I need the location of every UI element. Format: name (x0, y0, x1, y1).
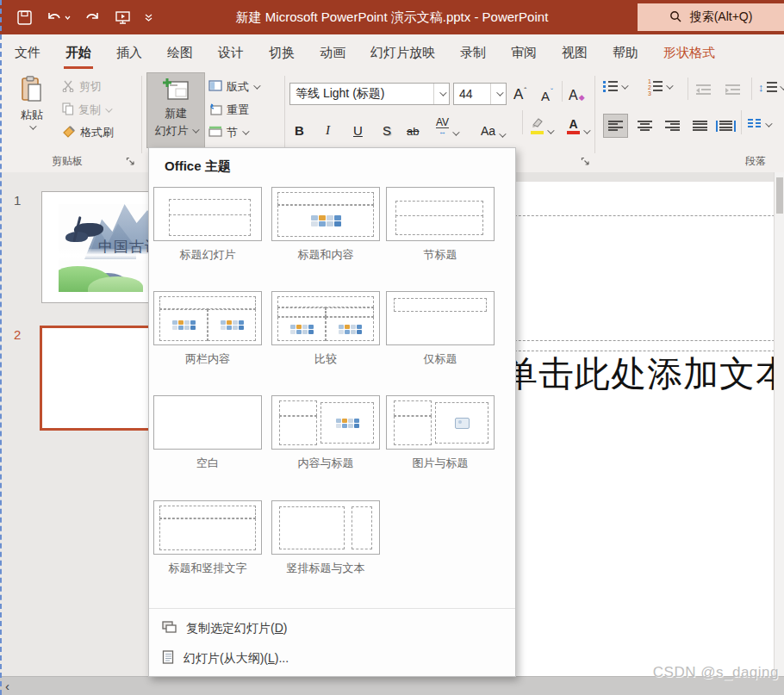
tab-transitions[interactable]: 切换 (258, 34, 305, 71)
font-size-dropdown-icon[interactable] (490, 84, 506, 104)
format-painter-label: 格式刷 (80, 125, 114, 140)
grow-font-button[interactable]: Aˆ (513, 81, 526, 103)
tab-design[interactable]: 设计 (208, 34, 254, 71)
layout-button[interactable]: 版式 (208, 79, 258, 95)
highlight-dropdown-icon (547, 127, 554, 133)
new-slide-layout-gallery: Office 主题 标题幻灯片 标题和内容 节标题 两栏内容 比较 仅标题 (148, 147, 516, 677)
layout-content-with-caption[interactable]: 内容与标题 (271, 395, 380, 471)
layout-two-content[interactable]: 两栏内容 (153, 291, 262, 367)
font-name-combo[interactable]: 等线 Light (标题) (289, 83, 450, 105)
slide-1-thumbnail[interactable]: 中国古诗 (41, 191, 153, 303)
paste-label: 粘贴 (21, 108, 43, 123)
section-label: 节 (227, 125, 238, 140)
customize-qat-icon[interactable] (145, 14, 152, 22)
clipboard-group-label: 剪贴板 (7, 154, 128, 169)
align-left-icon (608, 121, 623, 132)
copy-button: 复制 (62, 102, 110, 118)
save-icon[interactable] (17, 10, 32, 25)
layout-vertical-title-text[interactable]: 竖排标题与文本 (271, 500, 380, 576)
tab-animations[interactable]: 动画 (309, 34, 356, 71)
redo-icon[interactable] (84, 10, 101, 25)
align-center-icon (638, 121, 652, 132)
layout-comparison[interactable]: 比较 (271, 291, 380, 367)
undo-dropdown-icon (65, 16, 71, 20)
gallery-separator (149, 608, 515, 609)
vertical-scrollbar-thumb[interactable] (776, 177, 783, 214)
distributed-icon (716, 121, 736, 132)
ribbon-tabs: 文件 开始 插入 绘图 设计 切换 动画 幻灯片放映 录制 审阅 视图 帮助 形… (0, 34, 784, 71)
tab-review[interactable]: 审阅 (501, 34, 547, 71)
tab-record[interactable]: 录制 (450, 34, 496, 71)
tab-help[interactable]: 帮助 (602, 34, 649, 71)
numbering-button[interactable]: 123 (648, 81, 671, 92)
picture-icon (455, 418, 470, 429)
tab-view[interactable]: 视图 (551, 34, 598, 71)
font-name-dropdown-icon[interactable] (433, 84, 449, 104)
text-shadow-button[interactable]: S (383, 115, 391, 138)
line-spacing-button[interactable]: ↕ (758, 81, 784, 94)
layout-title-only[interactable]: 仅标题 (386, 291, 495, 367)
shrink-font-button[interactable]: Aˇ (541, 81, 553, 103)
align-left-button[interactable] (603, 114, 628, 138)
new-slide-icon (162, 78, 190, 104)
distributed-button[interactable] (713, 114, 738, 138)
highlight-color-button[interactable] (531, 112, 552, 134)
reset-button[interactable]: 重置 (208, 102, 249, 118)
tab-draw[interactable]: 绘图 (157, 34, 203, 71)
paste-button[interactable]: 粘贴 (12, 76, 52, 130)
justify-button[interactable] (688, 114, 712, 138)
character-spacing-button[interactable]: AV↔ (436, 114, 457, 136)
layout-section-header[interactable]: 节标题 (386, 187, 495, 263)
new-slide-button[interactable]: 新建 幻灯片 (146, 72, 205, 148)
search-box[interactable]: 搜索(Alt+Q) (638, 3, 784, 31)
new-slide-label-2: 幻灯片 (155, 123, 189, 139)
section-dropdown-icon (242, 127, 249, 134)
font-dialog-launcher-icon[interactable] (581, 156, 590, 169)
layout-title-and-content[interactable]: 标题和内容 (271, 187, 380, 263)
clipboard-dialog-launcher-icon[interactable] (126, 156, 135, 169)
font-size-combo[interactable]: 44 (453, 83, 507, 105)
duplicate-selected-slides-item[interactable]: 复制选定幻灯片(D) (149, 614, 515, 642)
layout-title-slide[interactable]: 标题幻灯片 (153, 187, 262, 263)
format-painter-button[interactable]: 格式刷 (62, 125, 114, 140)
vertical-scrollbar[interactable] (774, 172, 784, 676)
bullets-icon (603, 81, 618, 92)
italic-button[interactable]: I (326, 115, 330, 138)
font-color-button[interactable]: A (567, 112, 588, 134)
body-text-placeholder[interactable]: 单击此处添加文本 (502, 351, 784, 398)
paste-dropdown-icon[interactable] (29, 122, 36, 129)
start-slideshow-icon[interactable] (115, 10, 131, 25)
columns-button[interactable] (748, 119, 770, 130)
increase-indent-icon (725, 84, 740, 96)
clear-formatting-button[interactable]: A◆ (569, 81, 585, 103)
underline-button[interactable]: U (353, 115, 363, 138)
reset-icon (208, 103, 222, 118)
layout-picture-with-caption[interactable]: 图片与标题 (386, 395, 495, 471)
tab-slideshow[interactable]: 幻灯片放映 (360, 34, 445, 71)
tab-insert[interactable]: 插入 (106, 34, 152, 71)
slide-1-title-text: 中国古诗 (98, 237, 152, 257)
format-painter-icon (62, 125, 76, 140)
change-case-button[interactable]: Aa (481, 115, 504, 138)
tab-shape-format[interactable]: 形状格式 (653, 34, 725, 71)
section-icon (208, 126, 222, 140)
layout-icon (208, 80, 222, 94)
duplicate-slides-icon (162, 621, 177, 636)
undo-button[interactable] (46, 10, 71, 25)
layout-title-vertical-text[interactable]: 标题和竖排文字 (153, 500, 262, 576)
align-right-button[interactable] (660, 114, 685, 138)
slide-2-thumbnail[interactable] (40, 326, 153, 431)
bold-button[interactable]: B (295, 115, 304, 138)
strikethrough-button[interactable]: ab (407, 115, 419, 138)
tab-home[interactable]: 开始 (55, 34, 102, 71)
bullets-button[interactable] (603, 81, 626, 92)
tab-file[interactable]: 文件 (4, 34, 51, 71)
copy-icon (62, 102, 74, 118)
numbering-dropdown-icon (666, 82, 673, 89)
highlighter-icon (531, 117, 544, 130)
layout-blank[interactable]: 空白 (153, 395, 262, 471)
align-center-button[interactable] (632, 114, 657, 138)
scroll-left-icon[interactable]: ‹ (5, 679, 9, 693)
section-button[interactable]: 节 (208, 125, 247, 140)
slides-from-outline-item[interactable]: 幻灯片(从大纲)(L)... (149, 644, 515, 673)
